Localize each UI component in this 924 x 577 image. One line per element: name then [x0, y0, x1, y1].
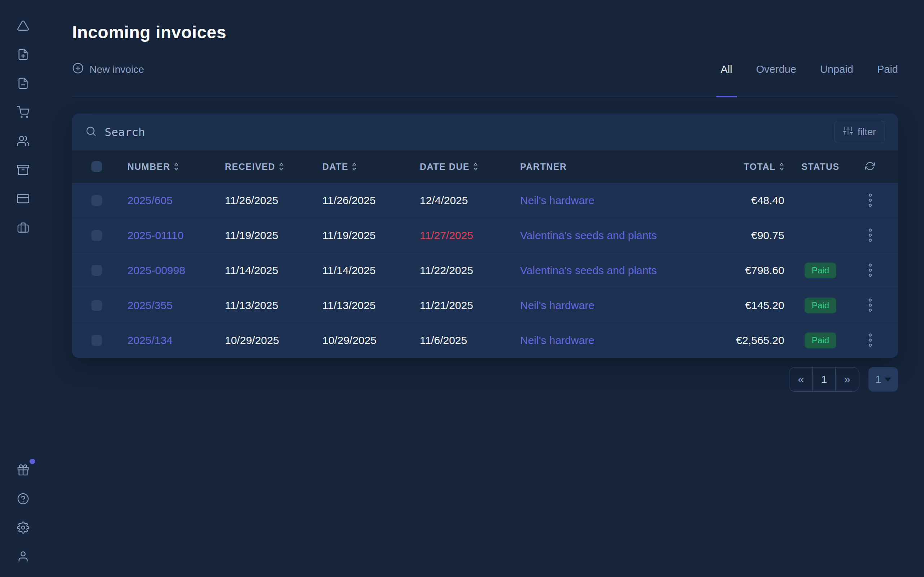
triangle-logo-icon: [17, 19, 29, 32]
row-checkbox[interactable]: [91, 335, 102, 346]
plus-circle-icon: [72, 62, 84, 76]
kebab-menu-icon: [868, 228, 872, 243]
column-header-number[interactable]: NUMBER: [123, 150, 220, 183]
column-header-date[interactable]: DATE: [318, 150, 415, 183]
invoice-number-link[interactable]: 2025/134: [123, 323, 220, 358]
sidebar-item-file-minus[interactable]: [17, 77, 29, 89]
sort-icon: [473, 162, 478, 171]
search-input[interactable]: [105, 126, 826, 139]
page-size-value: 1: [875, 373, 881, 385]
sidebar-top-group: [17, 19, 29, 234]
users-icon: [17, 135, 29, 147]
sidebar-logo[interactable]: [17, 19, 29, 32]
row-checkbox[interactable]: [91, 265, 102, 276]
kebab-menu-icon: [868, 333, 872, 348]
notification-dot: [30, 459, 35, 464]
filter-tabs: All Overdue Unpaid Paid: [721, 42, 898, 97]
kebab-menu-icon: [868, 298, 872, 313]
sidebar-item-users[interactable]: [17, 135, 29, 147]
sidebar-item-file-plus[interactable]: [17, 48, 29, 61]
column-header-received[interactable]: RECEIVED: [220, 150, 318, 183]
sidebar-bottom-group: [17, 464, 29, 562]
tab-unpaid[interactable]: Unpaid: [820, 42, 853, 97]
partner-link[interactable]: Neil's hardware: [515, 183, 683, 218]
sort-icon: [279, 162, 284, 171]
invoice-number-link[interactable]: 2025-00998: [123, 253, 220, 288]
invoices-card: filter NUMBER RECEIVED DATE DATE DUE PAR…: [72, 114, 898, 358]
kebab-menu-icon: [868, 193, 872, 208]
refresh-button[interactable]: [865, 161, 875, 172]
select-all-checkbox[interactable]: [91, 161, 102, 172]
invoice-total: €798.60: [683, 253, 784, 288]
briefcase-icon: [17, 221, 29, 234]
sidebar-item-help[interactable]: [17, 493, 29, 505]
caret-down-icon: [885, 377, 891, 382]
partner-link[interactable]: Neil's hardware: [515, 288, 683, 323]
column-header-partner[interactable]: PARTNER: [515, 150, 683, 183]
row-menu-button[interactable]: [868, 228, 872, 243]
page-size-select[interactable]: 1: [868, 367, 898, 392]
page-title: Incoming invoices: [72, 23, 898, 42]
column-header-status[interactable]: STATUS: [784, 150, 856, 183]
column-label: TOTAL: [743, 161, 775, 172]
tab-overdue[interactable]: Overdue: [756, 42, 796, 97]
pagination-page-indicator: 1: [813, 367, 835, 391]
due-date: 12/4/2025: [415, 183, 515, 218]
pagination-next-button[interactable]: »: [835, 367, 859, 391]
column-label: DATE: [322, 161, 348, 172]
refresh-icon: [865, 161, 875, 172]
tab-label: All: [721, 63, 732, 76]
row-checkbox[interactable]: [91, 230, 102, 241]
table-row: 2025-00998 11/14/2025 11/14/2025 11/22/2…: [72, 253, 898, 288]
search-row: filter: [72, 114, 898, 150]
filter-button[interactable]: filter: [834, 121, 885, 143]
sort-icon: [352, 162, 357, 171]
partner-link[interactable]: Neil's hardware: [515, 323, 683, 358]
row-checkbox[interactable]: [91, 195, 102, 206]
due-date: 11/22/2025: [415, 253, 515, 288]
tab-all[interactable]: All: [721, 42, 732, 97]
pagination-prev-button[interactable]: «: [789, 367, 813, 391]
row-menu-button[interactable]: [868, 298, 872, 313]
pagination: « 1 » 1: [72, 367, 898, 392]
row-checkbox[interactable]: [91, 300, 102, 311]
sidebar-item-archive[interactable]: [17, 164, 29, 176]
new-invoice-label: New invoice: [89, 64, 144, 76]
invoice-date: 11/13/2025: [318, 288, 415, 323]
table-row: 2025-01110 11/19/2025 11/19/2025 11/27/2…: [72, 218, 898, 253]
archive-icon: [17, 164, 29, 176]
row-menu-button[interactable]: [868, 333, 872, 348]
column-header-total[interactable]: TOTAL: [683, 150, 784, 183]
shopping-cart-icon: [17, 106, 29, 118]
status-badge: Paid: [804, 298, 836, 313]
row-menu-button[interactable]: [868, 193, 872, 208]
sidebar-item-settings[interactable]: [17, 521, 29, 534]
partner-link[interactable]: Valentina's seeds and plants: [515, 253, 683, 288]
invoice-number-link[interactable]: 2025/605: [123, 183, 220, 218]
invoice-date: 11/26/2025: [318, 183, 415, 218]
invoice-number-link[interactable]: 2025/355: [123, 288, 220, 323]
received-date: 10/29/2025: [220, 323, 318, 358]
received-date: 11/13/2025: [220, 288, 318, 323]
status-badge: Paid: [804, 263, 836, 279]
status-badge: Paid: [804, 332, 836, 348]
invoice-number-link[interactable]: 2025-01110: [123, 218, 220, 253]
table-body: 2025/605 11/26/2025 11/26/2025 12/4/2025…: [72, 183, 898, 358]
sidebar-item-user[interactable]: [17, 550, 29, 562]
user-icon: [17, 550, 29, 562]
table-row: 2025/355 11/13/2025 11/13/2025 11/21/202…: [72, 288, 898, 323]
new-invoice-button[interactable]: New invoice: [72, 62, 144, 76]
column-header-date_due[interactable]: DATE DUE: [415, 150, 515, 183]
gear-icon: [17, 521, 29, 534]
sidebar-item-briefcase[interactable]: [17, 221, 29, 234]
tab-paid[interactable]: Paid: [877, 42, 898, 97]
sidebar-item-cart[interactable]: [17, 106, 29, 118]
row-menu-button[interactable]: [868, 263, 872, 279]
due-date: 11/6/2025: [415, 323, 515, 358]
refresh-cell: [856, 150, 884, 183]
partner-link[interactable]: Valentina's seeds and plants: [515, 218, 683, 253]
file-minus-icon: [17, 77, 29, 89]
sidebar-item-credit-card[interactable]: [17, 193, 29, 205]
sidebar: [0, 0, 46, 577]
sidebar-item-gift[interactable]: [17, 464, 29, 476]
